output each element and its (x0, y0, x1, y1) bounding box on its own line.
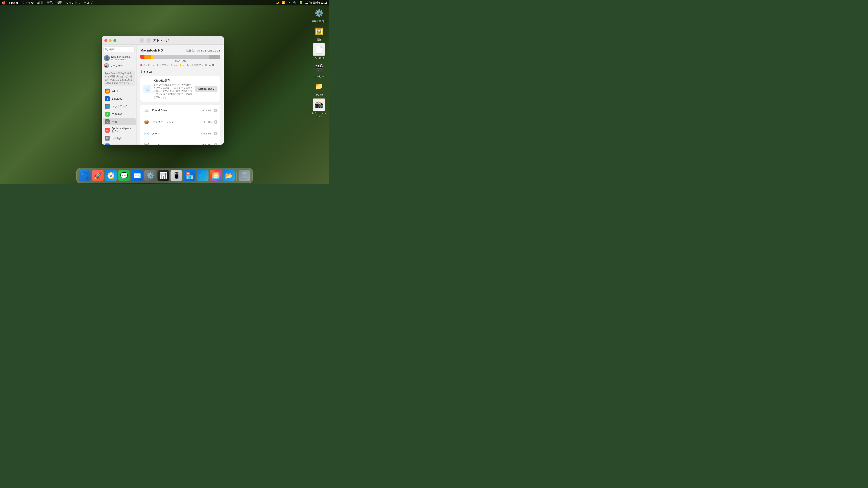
dock-files[interactable]: 📂 (223, 170, 235, 182)
dock-network[interactable]: 🌐 (197, 170, 209, 182)
syspref-window: ‹ › ストレージ 🔍 👤 Nobuhiro Takaha... Apple A… (102, 36, 224, 144)
storage-drive-name: Macintosh HD (141, 48, 163, 52)
dock-finder[interactable]: 🔵 (79, 170, 91, 182)
moon-icon: 🌙 (276, 1, 279, 4)
sidebar-search-wrap: 🔍 (102, 45, 136, 54)
icloud-drive-size: 90.2 MB (202, 109, 212, 112)
sidebar-item-wifi-label: Wi-Fi (112, 90, 118, 93)
legend-mail: メール (180, 64, 189, 67)
main-content: Macintosh HD 使用済み: 30.4 GB / 245.11 GB 2… (137, 45, 224, 144)
window-body: 🔍 👤 Nobuhiro Takaha... Apple Account 👨‍👩… (102, 45, 224, 144)
desktop-icon-img-4: 📁 (313, 80, 325, 92)
desktop-icon-4[interactable]: 📁 その他 (311, 80, 327, 96)
sidebar-item-spotlight-label: Spotlight (112, 137, 122, 140)
storage-legend: メッセージ アプリケーション メール 計算中... (141, 64, 220, 67)
dock-syspref[interactable]: ⚙️ (145, 170, 156, 182)
apple-menu[interactable]: 🍎 (2, 1, 6, 4)
apps-info[interactable]: ℹ (214, 120, 217, 124)
storage-row-mail[interactable]: ✉️ メール 335.8 MB ℹ (141, 128, 220, 139)
main-header: ‹ › ストレージ (137, 36, 224, 45)
sidebar-item-general[interactable]: ⚙ 一般 (103, 118, 135, 125)
desktop-icon-img-3: 🎬 (313, 62, 325, 74)
applecare-box: AppleCare+ 保証を追加 今から30日以内であれば、過失や 事故による損… (103, 70, 135, 86)
input-icon[interactable]: あ (288, 1, 290, 5)
dock-mail[interactable]: ✉️ (131, 170, 143, 182)
menubar: 🍎 Finder ファイル 編集 表示 移動 ウインドウ ヘルプ 🌙 📶 あ 🔍… (0, 0, 329, 5)
mail-size: 335.8 MB (201, 132, 212, 135)
sidebar-user[interactable]: 👤 Nobuhiro Takaha... Apple Account (102, 54, 136, 62)
desktop-icon-img-5: 📸 (313, 98, 325, 111)
sidebar-item-spotlight[interactable]: 🔍 Spotlight (103, 135, 135, 142)
storage-row-apps[interactable]: 📦 アプリケーション 1.5 GB ℹ (141, 116, 220, 128)
nav-forward-button[interactable]: › (146, 38, 151, 43)
desktop-icon-label-0: 名称未設定 ○ (312, 20, 327, 23)
minimize-button[interactable] (109, 39, 112, 42)
legend-dot-mail (180, 64, 182, 66)
family-label: ファミリー (110, 64, 123, 68)
legend-label-apps: アプリケーション (159, 64, 178, 67)
desktop-icon-0[interactable]: ⚙️ 名称未設定 ○ (311, 7, 327, 23)
mail-info[interactable]: ℹ (214, 132, 217, 135)
menubar-go[interactable]: 移動 (56, 1, 62, 5)
ai-icon-item: AI (105, 128, 110, 133)
sidebar-item-accessibility[interactable]: ♿ アクセシビリティ (103, 142, 135, 144)
nav-back-button[interactable]: ‹ (140, 38, 145, 43)
desktop-icon-3[interactable]: 🎬 ムービー (311, 62, 327, 78)
general-icon-item: ⚙ (105, 119, 110, 124)
menubar-window[interactable]: ウインドウ (66, 1, 81, 5)
sidebar: 🔍 👤 Nobuhiro Takaha... Apple Account 👨‍👩… (102, 45, 137, 144)
icloud-drive-info[interactable]: ℹ (214, 109, 217, 112)
menubar-app[interactable]: Finder (9, 1, 18, 4)
maximize-button[interactable] (114, 39, 116, 42)
legend-label-macos: macOS (208, 64, 215, 66)
dock: 🔵 🚀 🧭 💬 ✉️ ⚙️ 📊 📱 🏪 🌐 🌅 📂 🗑️ (76, 168, 253, 183)
battery-icon[interactable]: 🔋 (299, 1, 303, 4)
user-info: Nobuhiro Takaha... Apple Account (111, 56, 132, 61)
dock-photos[interactable]: 🌅 (210, 170, 222, 182)
search-input[interactable] (103, 46, 135, 52)
search-icon[interactable]: 🔍 (293, 1, 297, 4)
recommend-title: iCloudに保存 (153, 79, 193, 83)
dock-separator (237, 172, 237, 182)
legend-dot-messages (141, 64, 142, 66)
storage-row-icloud[interactable]: ☁️ iCloud Drive 90.2 MB ℹ (141, 105, 220, 116)
dock-appstore[interactable]: 🏪 (184, 170, 195, 182)
sidebar-item-network[interactable]: 🌐 ネットワーク (103, 103, 135, 110)
storage-row-messages[interactable]: 💬 メッセージ 2.82 GB ℹ (141, 139, 220, 144)
bar-macos (209, 55, 220, 59)
family-icon: 👨‍👩‍👧 (104, 63, 109, 68)
accessibility-icon-item: ♿ (105, 143, 110, 144)
desktop-icon-1[interactable]: 🖼️ 画像 (311, 25, 327, 41)
close-button[interactable] (104, 39, 107, 42)
apps-icon: 📦 (143, 119, 150, 125)
dock-trash[interactable]: 🗑️ (239, 170, 250, 182)
desktop-icon-2[interactable]: 📄 PDF書類 (311, 43, 327, 59)
mail-name: メール (152, 132, 199, 135)
sidebar-item-ai[interactable]: AI Apple Intelligence と Siri (103, 126, 135, 134)
dock-activity[interactable]: 📊 (158, 170, 169, 182)
main-scroll[interactable]: Macintosh HD 使用済み: 30.4 GB / 245.11 GB 2… (137, 45, 224, 144)
legend-apps: アプリケーション (157, 64, 178, 67)
sidebar-item-family[interactable]: 👨‍👩‍👧 ファミリー (102, 62, 136, 69)
dock-iphone[interactable]: 📱 (170, 170, 182, 182)
icloud-icon: ☁️ (143, 85, 151, 93)
sidebar-item-energy[interactable]: ⚡ エネルギー (103, 110, 135, 118)
dock-launchpad[interactable]: 🚀 (92, 170, 104, 182)
messages-icon: 💬 (143, 142, 150, 144)
menubar-file[interactable]: ファイル (22, 1, 34, 5)
icloud-save-button[interactable]: iCloudに保存... (195, 86, 217, 92)
sidebar-item-bluetooth[interactable]: B Bluetooth (103, 95, 135, 102)
messages-info[interactable]: ℹ (214, 143, 217, 144)
storage-bar (141, 55, 220, 59)
user-avatar: 👤 (104, 55, 110, 61)
menubar-help[interactable]: ヘルプ (84, 1, 93, 5)
sidebar-item-energy-label: エネルギー (112, 112, 125, 116)
desktop-icon-5[interactable]: 📸 スクリーンショット (311, 98, 327, 118)
icloud-drive-icon: ☁️ (143, 107, 150, 114)
dock-messages[interactable]: 💬 (118, 170, 130, 182)
menubar-edit[interactable]: 編集 (37, 1, 43, 5)
sidebar-item-wifi[interactable]: 📶 Wi-Fi (103, 88, 135, 95)
wifi-icon-item: 📶 (105, 89, 110, 94)
menubar-view[interactable]: 表示 (47, 1, 53, 5)
dock-safari[interactable]: 🧭 (105, 170, 117, 182)
